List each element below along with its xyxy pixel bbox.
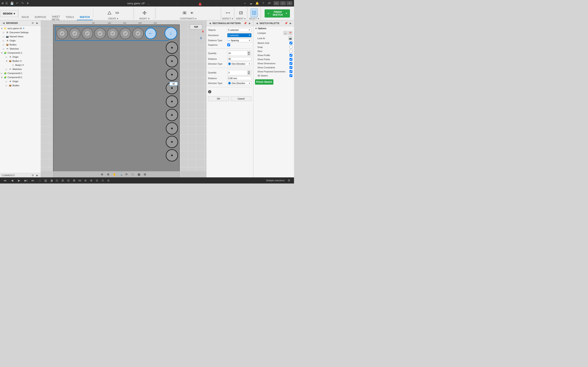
- browser-expand-btn[interactable]: ▶: [35, 21, 39, 25]
- browser-item-bodies[interactable]: ▷ 📦 Bodies: [0, 43, 41, 47]
- tab-solid[interactable]: SOLID: [18, 15, 32, 20]
- pan-btn[interactable]: ✋: [112, 172, 117, 177]
- timeline-tool-6[interactable]: ⊟: [66, 178, 71, 183]
- view-cube-btn[interactable]: ⊕: [99, 172, 105, 177]
- timeline-back-btn[interactable]: ⏮: [2, 178, 8, 183]
- timeline-prev-btn[interactable]: ◀: [9, 178, 15, 183]
- sketch-palette-collapse-btn[interactable]: ◀: [255, 21, 259, 25]
- timeline-tool-5[interactable]: ⊞: [60, 178, 65, 183]
- tab-surface[interactable]: SURFACE: [32, 15, 49, 20]
- browser-collapse-btn[interactable]: ◀: [2, 21, 5, 25]
- timeline-play-btn[interactable]: ▶: [16, 178, 22, 183]
- timeline-tool-3[interactable]: ◨: [49, 178, 54, 183]
- browser-item-sketches-c1[interactable]: ▷ ✏ Sketches: [0, 67, 41, 71]
- line-tool-btn[interactable]: [98, 0, 105, 8]
- timeline-tool-12[interactable]: ⊙: [100, 178, 105, 183]
- maximize-btn[interactable]: □: [280, 1, 286, 5]
- browser-item-origin-c3[interactable]: ▷ ✛ Origin: [0, 79, 41, 83]
- browser-item-bodies-c3[interactable]: ▷ 📦 Bodies: [0, 83, 41, 87]
- direction-type2-dropdown[interactable]: One Direction ▼: [227, 81, 251, 85]
- quantity2-up-btn[interactable]: ▲: [247, 71, 251, 73]
- timeline-tool-10[interactable]: ⊗: [89, 178, 94, 183]
- browser-item-root[interactable]: ▼ 📁 sorry game v5 👁: [0, 26, 41, 30]
- show-profile-checkbox[interactable]: [290, 54, 292, 57]
- browser-item-doc-settings[interactable]: ▷ ⚙ Document Settings: [0, 30, 41, 34]
- circle-constr-btn[interactable]: [165, 0, 173, 8]
- snap-checkbox[interactable]: [290, 46, 292, 49]
- select-btn[interactable]: [251, 8, 258, 17]
- rect-pattern-pin-btn[interactable]: 📌: [243, 21, 247, 25]
- browser-item-bodies-c1[interactable]: ▼ 📦 Bodies 👁: [0, 59, 41, 63]
- linetype-normal-btn[interactable]: —: [283, 31, 287, 35]
- tab-tools[interactable]: TOOLS: [63, 15, 77, 20]
- slice-checkbox[interactable]: [290, 50, 292, 53]
- show-points-checkbox[interactable]: [290, 58, 292, 61]
- midpoint-btn[interactable]: [212, 0, 219, 8]
- rect-pattern-expand-btn[interactable]: ▶: [248, 21, 251, 25]
- options-section-title[interactable]: ▼ Options: [253, 26, 294, 30]
- sketch-grid-checkbox[interactable]: [290, 42, 292, 44]
- rect-pattern-collapse-btn[interactable]: ◀: [208, 21, 212, 25]
- view-options-btn[interactable]: ⊞: [142, 172, 148, 177]
- 3d-sketch-checkbox[interactable]: [290, 74, 292, 77]
- distance2-value-box[interactable]: [227, 76, 251, 80]
- circle-tool-btn[interactable]: [113, 0, 121, 8]
- symm-btn[interactable]: [181, 8, 188, 17]
- timeline-tool-13[interactable]: ⊚: [106, 178, 111, 183]
- cloud-btn[interactable]: ☁: [248, 1, 254, 6]
- history-btn[interactable]: ▼: [25, 1, 30, 6]
- objects-clear-btn[interactable]: ✕: [249, 29, 251, 31]
- finish-sketch-palette-btn[interactable]: Finish Sketch: [255, 79, 273, 85]
- minimize-btn[interactable]: —: [274, 1, 279, 5]
- save-btn[interactable]: 💾: [9, 1, 14, 6]
- sketch-palette-pin-btn[interactable]: 📌: [284, 21, 288, 25]
- browser-item-body1[interactable]: □ Body1 👁: [0, 63, 41, 67]
- slot-tool-btn[interactable]: [113, 8, 121, 17]
- orbit-btn[interactable]: ⟳: [124, 172, 129, 177]
- tab-sketch[interactable]: SKETCH: [77, 15, 93, 20]
- quantity1-input[interactable]: [228, 52, 246, 54]
- linetype-calendar-btn[interactable]: 📅: [288, 31, 292, 35]
- triangle-tool-btn[interactable]: [106, 8, 113, 17]
- status-settings-btn[interactable]: ⚙: [286, 178, 292, 183]
- show-constraints-checkbox[interactable]: [290, 66, 292, 69]
- measure-btn[interactable]: [224, 8, 232, 17]
- timeline-tool-8[interactable]: ⋈: [77, 178, 82, 183]
- select-label[interactable]: SELECT▼: [249, 17, 259, 20]
- parallel-btn[interactable]: [181, 0, 188, 8]
- quantity2-down-btn[interactable]: ▼: [247, 73, 251, 75]
- insert-label[interactable]: INSERT▼: [236, 17, 246, 20]
- look-at-btn[interactable]: 📷: [288, 36, 292, 40]
- new-tab-btn[interactable]: +: [242, 1, 247, 6]
- perp-btn[interactable]: [189, 0, 196, 8]
- display-mode-btn[interactable]: □: [130, 172, 135, 177]
- undo-btn[interactable]: ↶: [15, 1, 20, 6]
- menu-btn[interactable]: ☰: [4, 1, 9, 6]
- modify-label[interactable]: MODIFY▼: [139, 17, 150, 20]
- directions-value-box[interactable]: 1 selected ✕: [227, 33, 251, 37]
- dimension-input[interactable]: 40: [169, 82, 178, 86]
- create-label[interactable]: CREATE▼: [108, 17, 119, 20]
- browser-settings-btn[interactable]: ⚙: [31, 21, 35, 25]
- show-projected-checkbox[interactable]: [290, 70, 292, 73]
- profile-btn[interactable]: JP: [267, 1, 272, 6]
- insert-image-btn[interactable]: [237, 8, 245, 17]
- ok-btn[interactable]: OK: [208, 96, 229, 101]
- browser-item-component1[interactable]: ▼ 🧩 Component1:1: [0, 51, 41, 55]
- move-tool-btn[interactable]: [141, 8, 148, 17]
- quantity2-input[interactable]: [228, 71, 246, 74]
- close-btn[interactable]: ×: [287, 1, 292, 5]
- distance1-value-box[interactable]: [227, 57, 251, 61]
- finish-sketch-btn[interactable]: FINISH SKETCH ▼: [265, 9, 290, 17]
- project-btn[interactable]: [189, 8, 196, 17]
- equal-btn[interactable]: [173, 0, 181, 8]
- distance2-input[interactable]: [228, 77, 251, 80]
- timeline-tool-1[interactable]: □: [37, 178, 43, 183]
- spline-tool-btn[interactable]: [121, 0, 129, 8]
- cancel-btn[interactable]: Cancel: [231, 96, 252, 101]
- lock-btn[interactable]: [196, 0, 204, 8]
- suppress-checkbox[interactable]: [227, 43, 230, 46]
- show-dimensions-checkbox[interactable]: [290, 62, 292, 65]
- nav-cube-top[interactable]: TOP: [190, 25, 202, 29]
- distance-type-dropdown[interactable]: ⇔ Spacing ▼: [227, 39, 251, 42]
